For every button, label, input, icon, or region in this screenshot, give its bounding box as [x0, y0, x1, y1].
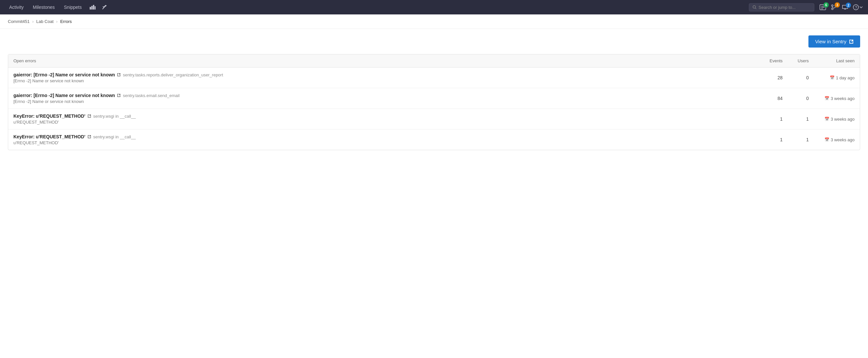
error-title-text: KeyError: u'REQUEST_METHOD': [13, 113, 86, 119]
svg-point-12: [832, 8, 833, 10]
svg-rect-0: [90, 7, 91, 9]
search-input[interactable]: [759, 5, 811, 10]
mr-count: 3: [835, 2, 840, 7]
users-count: 1: [782, 116, 809, 121]
users-count: 0: [782, 96, 809, 101]
nav-milestones[interactable]: Milestones: [29, 3, 59, 12]
error-info: KeyError: u'REQUEST_METHOD' sentry.wsgi …: [13, 113, 750, 125]
svg-point-10: [832, 5, 833, 6]
error-title-text: gaierror: [Errno -2] Name or service not…: [13, 72, 115, 77]
table-header: Open errors Events Users Last seen: [8, 54, 860, 67]
calendar-icon: 📅: [830, 75, 835, 80]
last-seen: 📅 3 weeks ago: [809, 137, 855, 142]
error-subtitle: u'REQUEST_METHOD': [13, 140, 750, 145]
last-seen-text: 3 weeks ago: [831, 117, 855, 121]
breadcrumb-lab-coat[interactable]: Lab Coat: [36, 19, 54, 24]
error-title-text: gaierror: [Errno -2] Name or service not…: [13, 93, 115, 98]
mr-badge[interactable]: 3: [831, 4, 837, 10]
events-count: 1: [750, 116, 782, 121]
last-seen-text: 3 weeks ago: [831, 137, 855, 142]
error-location: sentry.tasks.email.send_email: [123, 93, 179, 98]
last-seen-text: 3 weeks ago: [831, 96, 855, 101]
error-subtitle: [Errno -2] Name or service not known: [13, 78, 750, 83]
table-row: gaierror: [Errno -2] Name or service not…: [8, 67, 860, 88]
table-row: gaierror: [Errno -2] Name or service not…: [8, 88, 860, 109]
svg-line-5: [755, 8, 756, 9]
error-title-text: KeyError: u'REQUEST_METHOD': [13, 134, 86, 139]
todo-badge[interactable]: 6: [819, 4, 826, 10]
nav-snippets[interactable]: Snippets: [60, 3, 86, 12]
last-seen-text: 1 day ago: [836, 75, 855, 80]
error-title: KeyError: u'REQUEST_METHOD' sentry.wsgi …: [13, 113, 750, 119]
external-link-icon: [849, 39, 854, 44]
todo-count: 6: [824, 2, 829, 7]
top-bar: View in Sentry: [8, 35, 860, 48]
calendar-icon: 📅: [825, 96, 829, 101]
help-icon[interactable]: ?: [853, 4, 863, 10]
last-seen: 📅 3 weeks ago: [809, 96, 855, 101]
svg-rect-1: [91, 6, 93, 9]
chart-icon[interactable]: [87, 3, 98, 11]
view-in-sentry-label: View in Sentry: [815, 39, 846, 44]
calendar-icon: 📅: [825, 117, 829, 121]
error-location: sentry.tasks.reports.deliver_organizatio…: [123, 73, 223, 77]
error-subtitle: [Errno -2] Name or service not known: [13, 99, 750, 104]
nav-badges: 6 3 2 ?: [819, 4, 863, 10]
issues-badge[interactable]: 2: [842, 5, 848, 10]
breadcrumb-errors: Errors: [60, 19, 72, 24]
error-location: sentry.wsgi in __call__: [93, 114, 136, 119]
external-link-icon[interactable]: [87, 114, 91, 118]
events-count: 84: [750, 96, 782, 101]
nav-activity[interactable]: Activity: [5, 3, 28, 12]
events-count: 1: [750, 137, 782, 142]
external-link-icon[interactable]: [117, 93, 121, 98]
external-link-icon[interactable]: [87, 135, 91, 139]
breadcrumb: Commit451 › Lab Coat › Errors: [0, 15, 868, 29]
users-count: 1: [782, 137, 809, 142]
col-title: Open errors: [13, 58, 750, 63]
error-title: gaierror: [Errno -2] Name or service not…: [13, 93, 750, 98]
last-seen: 📅 3 weeks ago: [809, 117, 855, 121]
svg-rect-2: [93, 5, 94, 9]
table-row: KeyError: u'REQUEST_METHOD' sentry.wsgi …: [8, 109, 860, 130]
external-link-icon[interactable]: [117, 73, 121, 77]
svg-rect-3: [95, 6, 96, 9]
breadcrumb-commit451[interactable]: Commit451: [8, 19, 29, 24]
events-count: 28: [750, 75, 782, 80]
table-row: KeyError: u'REQUEST_METHOD' sentry.wsgi …: [8, 130, 860, 150]
error-location: sentry.wsgi in __call__: [93, 134, 136, 139]
error-info: gaierror: [Errno -2] Name or service not…: [13, 93, 750, 104]
col-users-header: Users: [782, 58, 809, 63]
errors-table: Open errors Events Users Last seen gaier…: [8, 54, 860, 150]
col-events-header: Events: [750, 58, 782, 63]
navbar: Activity Milestones Snippets: [0, 0, 868, 15]
issues-count: 2: [846, 3, 851, 8]
svg-point-4: [753, 6, 755, 8]
last-seen: 📅 1 day ago: [809, 75, 855, 80]
search-box[interactable]: [749, 3, 814, 11]
error-info: gaierror: [Errno -2] Name or service not…: [13, 72, 750, 83]
wrench-icon[interactable]: [99, 3, 110, 12]
error-title: KeyError: u'REQUEST_METHOD' sentry.wsgi …: [13, 134, 750, 139]
svg-text:?: ?: [855, 5, 857, 10]
sep1: ›: [32, 19, 33, 24]
main-content: View in Sentry Open errors Events Users …: [0, 29, 868, 157]
error-title: gaierror: [Errno -2] Name or service not…: [13, 72, 750, 77]
error-info: KeyError: u'REQUEST_METHOD' sentry.wsgi …: [13, 134, 750, 145]
sep2: ›: [56, 19, 58, 24]
view-in-sentry-button[interactable]: View in Sentry: [808, 35, 860, 48]
users-count: 0: [782, 75, 809, 80]
error-subtitle: u'REQUEST_METHOD': [13, 120, 750, 125]
calendar-icon: 📅: [825, 137, 829, 142]
col-last-seen-header: Last seen: [809, 58, 855, 63]
